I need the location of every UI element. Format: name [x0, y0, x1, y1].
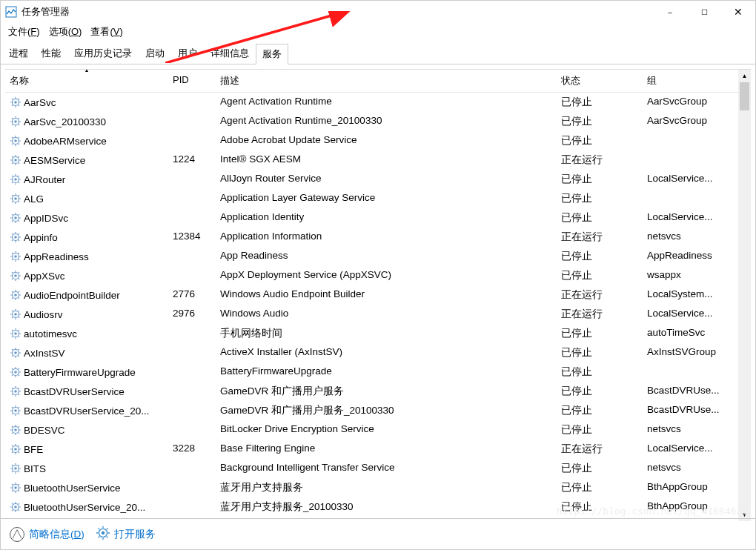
svg-rect-0	[6, 7, 16, 17]
service-name: BcastDVRUserService_20...	[24, 405, 150, 417]
footer: ╱╲ 简略信息(D) 打开服务	[1, 518, 755, 549]
vertical-scrollbar[interactable]: ▲ ▼	[738, 70, 751, 521]
service-state: 已停止	[557, 383, 643, 400]
column-pid[interactable]: PID	[168, 70, 216, 92]
service-gear-icon	[10, 308, 21, 320]
service-name: BcastDVRUserService	[24, 386, 125, 397]
open-services-button[interactable]: 打开服务	[96, 526, 156, 542]
tab-services[interactable]: 服务	[256, 44, 288, 64]
service-group: BthAppGroup	[643, 480, 737, 496]
service-gear-icon	[10, 173, 21, 185]
service-pid	[168, 113, 216, 130]
fewer-details-button[interactable]: ╱╲ 简略信息(D)	[10, 527, 84, 542]
service-pid	[168, 133, 216, 149]
column-group[interactable]: 组	[643, 70, 737, 92]
service-name: AppIDSvc	[24, 213, 68, 224]
tab-processes[interactable]: 进程	[2, 43, 35, 64]
service-desc: Agent Activation Runtime	[216, 94, 557, 110]
service-pid	[168, 364, 216, 380]
table-row[interactable]: AarSvcAgent Activation Runtime已停止AarSvcG…	[5, 93, 751, 112]
service-group: AarSvcGroup	[643, 94, 737, 110]
service-gear-icon	[10, 251, 21, 262]
service-desc: Application Identity	[216, 210, 557, 226]
service-state: 正在运行	[557, 152, 643, 168]
table-row[interactable]: AppReadinessApp Readiness已停止AppReadiness	[5, 247, 751, 266]
service-desc: BitLocker Drive Encryption Service	[216, 422, 557, 438]
column-state[interactable]: 状态	[557, 70, 643, 92]
service-group: LocalService...	[643, 210, 737, 226]
service-desc: ActiveX Installer (AxInstSV)	[216, 345, 557, 361]
table-row[interactable]: AarSvc_20100330Agent Activation Runtime_…	[5, 112, 751, 131]
service-group: LocalService...	[643, 441, 737, 457]
service-pid	[168, 94, 216, 110]
service-desc: Background Intelligent Transfer Service	[216, 460, 557, 477]
menu-view[interactable]: 查看(V)	[90, 25, 122, 39]
scrollbar-thumb[interactable]	[740, 82, 749, 110]
service-desc: GameDVR 和广播用户服务_20100330	[216, 402, 557, 419]
table-row[interactable]: BcastDVRUserServiceGameDVR 和广播用户服务已停止Bca…	[5, 382, 751, 401]
table-row[interactable]: AxInstSVActiveX Installer (AxInstSV)已停止A…	[5, 343, 751, 362]
service-state: 已停止	[557, 325, 643, 342]
service-name: BFE	[24, 444, 43, 455]
service-pid	[168, 460, 216, 477]
service-desc: Windows Audio Endpoint Builder	[216, 287, 557, 303]
column-desc[interactable]: 描述	[216, 70, 557, 92]
chevron-up-icon: ╱╲	[10, 527, 24, 542]
service-gear-icon	[10, 212, 21, 224]
menu-file[interactable]: 文件(F)	[8, 25, 40, 39]
service-state: 正在运行	[557, 306, 643, 322]
table-row[interactable]: autotimesvc手机网络时间已停止autoTimeSvc	[5, 324, 751, 343]
service-group: AarSvcGroup	[643, 113, 737, 130]
tab-performance[interactable]: 性能	[35, 43, 67, 64]
service-name: Audiosrv	[24, 309, 63, 320]
table-row[interactable]: AdobeARMserviceAdobe Acrobat Update Serv…	[5, 131, 751, 150]
table-row[interactable]: AESMService1224Intel® SGX AESM正在运行	[5, 150, 751, 170]
table-row[interactable]: ALGApplication Layer Gateway Service已停止	[5, 189, 751, 208]
service-pid	[168, 422, 216, 438]
window-controls: – ☐ ✕	[653, 1, 755, 23]
scrollbar-track[interactable]	[738, 82, 751, 508]
tab-apphistory[interactable]: 应用历史记录	[67, 43, 139, 64]
maximize-button[interactable]: ☐	[687, 1, 721, 23]
titlebar: 任务管理器 – ☐ ✕	[1, 1, 755, 23]
window-title: 任务管理器	[21, 5, 70, 19]
fewer-details-label: 简略信息(D)	[29, 528, 84, 541]
table-row[interactable]: Audiosrv2976Windows Audio正在运行LocalServic…	[5, 305, 751, 324]
column-name[interactable]: 名称 ▴	[5, 70, 168, 92]
column-headers: 名称 ▴ PID 描述 状态 组	[5, 70, 751, 93]
table-row[interactable]: AppXSvcAppX Deployment Service (AppXSVC)…	[5, 266, 751, 285]
service-pid: 1224	[168, 152, 216, 168]
tab-startup[interactable]: 启动	[139, 43, 171, 64]
scroll-up-button[interactable]: ▲	[738, 70, 751, 82]
tab-users[interactable]: 用户	[171, 43, 204, 64]
service-pid	[168, 268, 216, 284]
service-name: AudioEndpointBuilder	[24, 290, 120, 301]
service-state: 已停止	[557, 210, 643, 226]
table-row[interactable]: BITSBackground Intelligent Transfer Serv…	[5, 459, 751, 478]
service-gear-icon	[10, 501, 21, 513]
table-row[interactable]: AppIDSvcApplication Identity已停止LocalServ…	[5, 208, 751, 228]
table-row[interactable]: AJRouterAllJoyn Router Service已停止LocalSe…	[5, 170, 751, 189]
close-button[interactable]: ✕	[721, 1, 755, 23]
service-desc: Intel® SGX AESM	[216, 152, 557, 168]
table-row[interactable]: BFE3228Base Filtering Engine正在运行LocalSer…	[5, 440, 751, 459]
tab-details[interactable]: 详细信息	[204, 43, 256, 64]
tabstrip: 进程 性能 应用历史记录 启动 用户 详细信息 服务	[1, 43, 755, 64]
service-name: AxInstSV	[24, 348, 65, 359]
service-pid: 12384	[168, 229, 216, 245]
table-row[interactable]: BluetoothUserService蓝牙用户支持服务已停止BthAppGro…	[5, 478, 751, 497]
minimize-button[interactable]: –	[653, 1, 687, 23]
service-name: AdobeARMservice	[24, 136, 107, 147]
service-pid	[168, 325, 216, 342]
table-row[interactable]: BatteryFirmwareUpgradeBatteryFirmwareUpg…	[5, 362, 751, 382]
table-row[interactable]: BcastDVRUserService_20...GameDVR 和广播用户服务…	[5, 401, 751, 420]
service-state: 已停止	[557, 364, 643, 380]
table-row[interactable]: AudioEndpointBuilder2776Windows Audio En…	[5, 285, 751, 305]
service-state: 已停止	[557, 345, 643, 361]
service-gear-icon	[10, 116, 21, 127]
app-icon	[5, 6, 17, 18]
table-row[interactable]: Appinfo12384Application Information正在运行n…	[5, 228, 751, 247]
table-row[interactable]: BDESVCBitLocker Drive Encryption Service…	[5, 420, 751, 440]
menu-options[interactable]: 选项(O)	[49, 25, 82, 39]
service-gear-icon	[10, 443, 21, 455]
